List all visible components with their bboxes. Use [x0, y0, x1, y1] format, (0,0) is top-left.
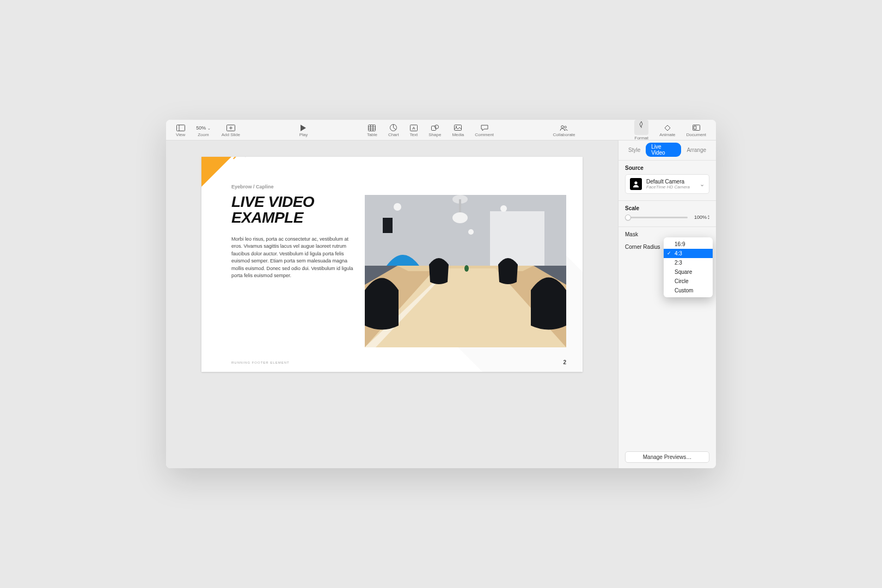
svg-rect-24	[490, 211, 544, 266]
live-video-placeholder[interactable]	[365, 195, 566, 347]
toolbar: View 50% ⌄ Zoom Add Slide Play Table	[166, 120, 716, 140]
inspector-panel: Style Live Video Arrange Source Default …	[618, 140, 716, 468]
svg-point-18	[565, 126, 567, 128]
inspector-tabs: Style Live Video Arrange	[618, 140, 716, 160]
slide[interactable]: Eyebrow / Capline LIVE VIDEO EXAMPLE Mor…	[201, 157, 583, 372]
scale-slider[interactable]	[625, 217, 688, 218]
chevron-down-icon: ⌄	[700, 181, 705, 188]
comment-button[interactable]: Comment	[469, 120, 499, 140]
scale-value-stepper[interactable]: 100% ▴▾	[691, 215, 709, 220]
mask-option-4-3[interactable]: 4:3	[664, 249, 713, 258]
scale-label: Scale	[625, 205, 709, 211]
source-name: Default Camera	[646, 179, 695, 185]
text-button[interactable]: A Text	[405, 120, 424, 140]
shape-button[interactable]: Shape	[423, 120, 446, 140]
mask-option-circle[interactable]: Circle	[664, 277, 713, 286]
decorative-diagonal-orange	[233, 157, 303, 159]
mask-option-custom[interactable]: Custom	[664, 286, 713, 295]
mask-option-square[interactable]: Square	[664, 267, 713, 277]
view-button[interactable]: View	[170, 120, 191, 140]
table-button[interactable]: Table	[362, 120, 383, 140]
decorative-triangle	[201, 157, 231, 187]
slide-body: Morbi leo risus, porta ac consectetur ac…	[231, 236, 357, 280]
mask-option-2-3[interactable]: 2:3	[664, 258, 713, 267]
tab-live-video[interactable]: Live Video	[646, 143, 681, 157]
svg-rect-21	[694, 126, 696, 130]
source-label: Source	[625, 165, 709, 171]
tab-arrange[interactable]: Arrange	[681, 146, 712, 154]
mask-dropdown-menu: 16:9 4:3 2:3 Square Circle Custom	[664, 237, 713, 297]
person-icon	[630, 178, 642, 190]
media-button[interactable]: Media	[446, 120, 469, 140]
document-button[interactable]: Document	[681, 120, 712, 140]
svg-rect-15	[455, 125, 462, 131]
svg-point-32	[464, 265, 469, 272]
slide-text-block[interactable]: Eyebrow / Capline LIVE VIDEO EXAMPLE Mor…	[231, 184, 357, 280]
tab-style[interactable]: Style	[623, 146, 646, 154]
svg-rect-27	[459, 199, 461, 213]
svg-point-33	[634, 181, 637, 184]
play-button[interactable]: Play	[294, 120, 314, 140]
mask-option-16-9[interactable]: 16:9	[664, 240, 713, 249]
svg-point-16	[456, 126, 457, 127]
svg-text:A: A	[412, 126, 415, 131]
slide-page-number: 2	[563, 359, 566, 365]
slider-thumb[interactable]	[625, 215, 631, 220]
svg-point-30	[500, 205, 507, 212]
animate-button[interactable]: Animate	[654, 120, 681, 140]
slide-eyebrow: Eyebrow / Capline	[231, 184, 357, 189]
decorative-diagonal-gray	[245, 157, 315, 157]
slide-title: LIVE VIDEO EXAMPLE	[231, 194, 357, 226]
svg-point-17	[561, 125, 564, 128]
mask-label: Mask	[625, 231, 638, 237]
svg-point-31	[468, 229, 474, 235]
svg-point-14	[434, 125, 438, 128]
svg-point-28	[452, 212, 468, 223]
zoom-select[interactable]: 50% ⌄ Zoom	[191, 120, 216, 140]
svg-rect-25	[383, 218, 393, 233]
collaborate-button[interactable]: Collaborate	[548, 120, 581, 140]
corner-radius-label: Corner Radius	[625, 244, 660, 250]
canvas-area[interactable]: Eyebrow / Capline LIVE VIDEO EXAMPLE Mor…	[166, 140, 618, 468]
app-window: View 50% ⌄ Zoom Add Slide Play Table	[166, 120, 716, 468]
add-slide-button[interactable]: Add Slide	[216, 120, 246, 140]
manage-previews-button[interactable]: Manage Previews…	[625, 451, 709, 463]
svg-point-29	[394, 203, 401, 211]
format-button[interactable]: Format	[629, 120, 654, 140]
svg-rect-5	[369, 125, 376, 131]
slide-footer: RUNNING FOOTER ELEMENT	[231, 361, 290, 364]
source-select[interactable]: Default Camera FaceTime HD Camera ⌄	[625, 174, 709, 194]
svg-rect-0	[176, 125, 185, 131]
chart-button[interactable]: Chart	[383, 120, 405, 140]
source-subtitle: FaceTime HD Camera	[646, 185, 695, 189]
